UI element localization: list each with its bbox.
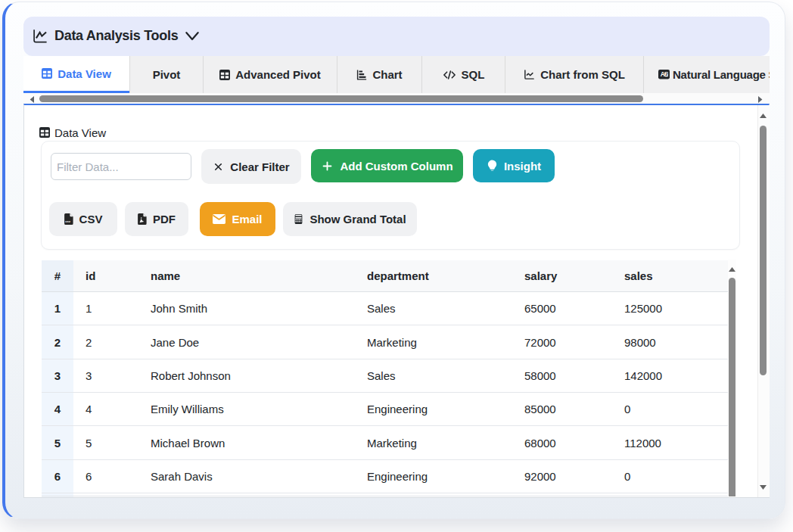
svg-text:A: A — [661, 71, 665, 79]
svg-text:csv: csv — [65, 219, 70, 223]
svg-text:2: 2 — [665, 72, 668, 77]
